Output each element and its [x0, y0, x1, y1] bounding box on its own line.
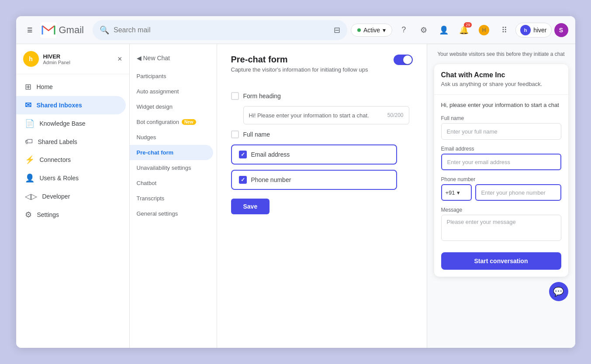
- chat-bubble-button[interactable]: 💬: [549, 282, 568, 301]
- form-heading-input[interactable]: Hi! Please enter your information to sta…: [243, 106, 409, 124]
- phone-country-selector[interactable]: +91 ▾: [441, 184, 472, 201]
- sidebar-item-connectors[interactable]: ⚡ Connectors: [16, 151, 126, 169]
- help-button[interactable]: ?: [395, 21, 412, 39]
- preview-message-label: Message: [441, 207, 561, 213]
- contacts-button[interactable]: 👤: [435, 21, 453, 39]
- body-area: h HIVER Admin Panel × ⊞ Home ✉ Shared In…: [16, 44, 575, 348]
- subnav-back-button[interactable]: ◀ New Chat: [130, 51, 217, 65]
- hiver-label: hiver: [533, 27, 546, 34]
- form-heading-checkbox[interactable]: [231, 92, 239, 100]
- user-avatar[interactable]: S: [554, 23, 568, 37]
- subnav-item-auto-assignment[interactable]: Auto assignment: [130, 84, 217, 99]
- status-chevron: ▾: [383, 27, 386, 34]
- preview-message-textarea: Please enter your message: [441, 215, 561, 241]
- subnav-item-nudges[interactable]: Nudges: [130, 130, 217, 145]
- hiver-account-button[interactable]: h hiver: [515, 23, 551, 38]
- tune-icon[interactable]: ⊟: [334, 25, 340, 35]
- subnav-item-bot-config[interactable]: Bot configuration New: [130, 114, 217, 130]
- subnav-item-participants[interactable]: Participants: [130, 69, 217, 84]
- sidebar-item-settings[interactable]: ⚙ Settings: [16, 206, 126, 224]
- subnav-item-general-settings[interactable]: General settings: [130, 206, 217, 221]
- close-icon[interactable]: ×: [118, 55, 122, 64]
- inbox-icon: ✉: [25, 100, 31, 110]
- contacts-icon: 👤: [439, 25, 449, 35]
- full-name-row: Full name: [231, 130, 413, 138]
- form-title-section: Pre-chat form Capture the visitor's info…: [231, 55, 368, 83]
- gmail-logo: Gmail: [41, 22, 84, 38]
- hiver-extension-button[interactable]: H: [475, 21, 493, 39]
- preview-full-name-input: Enter your full name: [441, 123, 561, 140]
- connectors-icon: ⚡: [25, 155, 35, 165]
- search-input[interactable]: [114, 26, 329, 34]
- sidebar: h HIVER Admin Panel × ⊞ Home ✉ Shared In…: [16, 44, 130, 348]
- chat-intro-text: Hi, please enter your information to sta…: [441, 102, 561, 108]
- full-name-checkbox[interactable]: [231, 130, 239, 138]
- apps-button[interactable]: ⠿: [495, 21, 513, 39]
- chat-widget-title: Chat with Acme Inc: [441, 71, 561, 79]
- search-bar[interactable]: 🔍 ⊟: [93, 20, 347, 40]
- save-button[interactable]: Save: [231, 199, 270, 214]
- topbar: ☰ Gmail 🔍 ⊟ Active ▾ ?: [16, 16, 575, 44]
- sidebar-item-shared-inboxes[interactable]: ✉ Shared Inboxes: [16, 96, 126, 114]
- preview-message-field: Message Please enter your message: [441, 207, 561, 241]
- status-dot: [357, 28, 361, 32]
- start-conversation-button[interactable]: Start conversation: [441, 252, 561, 270]
- sidebar-header: h HIVER Admin Panel ×: [16, 51, 129, 74]
- preview-full-name-label: Full name: [441, 115, 561, 121]
- chat-widget-body: Hi, please enter your information to sta…: [434, 95, 568, 277]
- status-button[interactable]: Active ▾: [351, 24, 392, 37]
- menu-icon[interactable]: ☰: [23, 23, 37, 37]
- form-heading-row: Form heading: [231, 92, 413, 100]
- knowledge-icon: 📄: [25, 119, 35, 128]
- phone-field-card[interactable]: Phone number: [231, 170, 397, 190]
- enable-toggle[interactable]: [394, 55, 413, 65]
- sidebar-item-shared-labels[interactable]: 🏷 Shared Labels: [16, 133, 126, 151]
- full-name-label: Full name: [243, 131, 270, 138]
- back-arrow-icon: ◀: [137, 55, 142, 62]
- phone-label: Phone number: [251, 176, 291, 183]
- notification-badge: 29: [464, 22, 472, 27]
- chat-bubble-icon: 💬: [553, 286, 564, 297]
- main-panel: Pre-chat form Capture the visitor's info…: [217, 44, 427, 348]
- preview-phone-field: Phone number +91 ▾ Enter your phone numb…: [441, 176, 561, 201]
- preview-phone-input: Enter your phone number: [475, 184, 561, 201]
- new-badge: New: [182, 119, 196, 125]
- form-section: Form heading Hi! Please enter your infor…: [231, 92, 413, 214]
- email-label: Email address: [251, 151, 290, 158]
- hiver-logo: h: [23, 51, 39, 67]
- settings-button[interactable]: ⚙: [415, 21, 432, 39]
- sidebar-item-users-roles[interactable]: 👤 Users & Roles: [16, 169, 126, 187]
- email-field-card[interactable]: Email address: [231, 144, 397, 165]
- chat-widget: Chat with Acme Inc Ask us anything or sh…: [434, 64, 568, 277]
- phone-checkbox[interactable]: [239, 176, 247, 184]
- sidebar-item-developer[interactable]: ◁▷ Developer: [16, 187, 126, 206]
- page-subtitle: Capture the visitor's information for in…: [231, 66, 368, 73]
- subnav-item-unavailability[interactable]: Unavailability settings: [130, 160, 217, 175]
- email-checkbox[interactable]: [239, 151, 247, 158]
- chat-widget-header: Chat with Acme Inc Ask us anything or sh…: [434, 64, 568, 95]
- subnav-item-chatbot[interactable]: Chatbot: [130, 175, 217, 191]
- apps-icon: ⠿: [501, 25, 507, 35]
- preview-email-input: Enter your email address: [441, 154, 561, 170]
- users-icon: 👤: [25, 173, 35, 183]
- subnav-item-pre-chat-form[interactable]: Pre-chat form: [130, 145, 213, 160]
- subnav-item-widget-design[interactable]: Widget design: [130, 99, 217, 114]
- preview-phone-label: Phone number: [441, 176, 561, 182]
- sidebar-item-home[interactable]: ⊞ Home: [16, 78, 126, 96]
- status-label: Active: [363, 27, 380, 34]
- sidebar-item-knowledge-base[interactable]: 📄 Knowledge Base: [16, 114, 126, 133]
- preview-email-field: Email address Enter your email address: [441, 146, 561, 170]
- gmail-m-icon: [41, 22, 56, 38]
- preview-email-label: Email address: [441, 146, 561, 152]
- title-toggle-row: Pre-chat form Capture the visitor's info…: [231, 55, 413, 83]
- gmail-text-label: Gmail: [59, 24, 84, 36]
- hiver-avatar: h: [520, 25, 531, 35]
- preview-panel: Your website visitors see this before th…: [427, 44, 575, 348]
- notifications-button[interactable]: 🔔 29: [455, 21, 473, 39]
- labels-icon: 🏷: [25, 137, 33, 146]
- developer-icon: ◁▷: [25, 192, 37, 201]
- subnav-item-transcripts[interactable]: Transcripts: [130, 191, 217, 206]
- hiver-ext-icon: H: [479, 25, 489, 35]
- preview-full-name-field: Full name Enter your full name: [441, 115, 561, 140]
- settings-icon: ⚙: [420, 25, 427, 35]
